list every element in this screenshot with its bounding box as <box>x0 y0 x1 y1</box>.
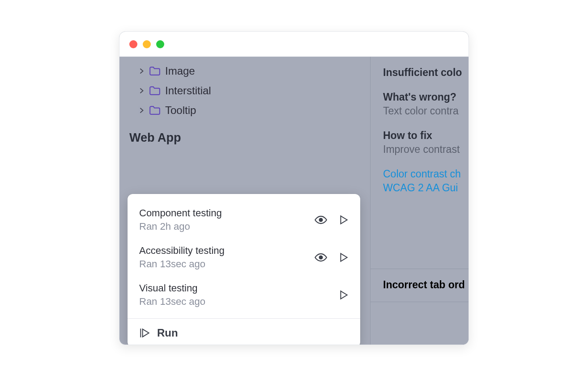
content: Image Interstitial Tooltip <box>119 57 469 345</box>
whats-wrong-label: What's wrong? <box>383 91 469 103</box>
test-meta: Ran 2h ago <box>139 221 222 232</box>
test-meta: Ran 13sec ago <box>139 296 205 307</box>
traffic-light-zoom[interactable] <box>156 40 164 48</box>
test-row-component[interactable]: Component testing Ran 2h ago <box>139 203 349 240</box>
tree-item-label: Tooltip <box>165 104 196 117</box>
folder-icon <box>149 66 161 76</box>
tree-item-interstitial[interactable]: Interstitial <box>119 81 370 101</box>
run-all-button[interactable]: Run <box>128 319 360 345</box>
play-icon[interactable] <box>339 253 349 262</box>
test-title: Accessibility testing <box>139 245 225 257</box>
tree-item-tooltip[interactable]: Tooltip <box>119 101 370 120</box>
how-to-fix-body: Improve contrast <box>383 143 469 156</box>
folder-icon <box>149 105 161 115</box>
left-pane: Image Interstitial Tooltip <box>119 57 370 345</box>
test-title: Component testing <box>139 207 222 219</box>
issue-panel-1: Insufficient colo What's wrong? Text col… <box>371 57 469 194</box>
issue-title: Incorrect tab ord <box>383 279 469 291</box>
section-heading-web-app: Web App <box>119 120 370 149</box>
play-icon[interactable] <box>339 290 349 300</box>
test-row-accessibility[interactable]: Accessibility testing Ran 13sec ago <box>139 240 349 278</box>
whats-wrong-body: Text color contra <box>383 105 469 117</box>
folder-icon <box>149 86 161 96</box>
tree-item-image[interactable]: Image <box>119 61 370 81</box>
chevron-right-icon <box>138 107 145 114</box>
svg-point-2 <box>320 256 323 259</box>
traffic-light-close[interactable] <box>129 40 137 48</box>
eye-icon[interactable] <box>315 253 327 262</box>
chevron-right-icon <box>138 68 145 74</box>
issue-title: Insufficient colo <box>383 67 469 79</box>
svg-point-1 <box>320 219 323 222</box>
eye-icon[interactable] <box>315 215 327 225</box>
issue-panel-2: Incorrect tab ord <box>371 269 469 291</box>
traffic-light-minimize[interactable] <box>143 40 151 48</box>
titlebar <box>119 32 469 57</box>
issue-panel-3 <box>371 302 469 345</box>
test-title: Visual testing <box>139 282 205 294</box>
link-color-contrast[interactable]: Color contrast ch <box>383 168 469 180</box>
play-icon[interactable] <box>339 215 349 225</box>
test-meta: Ran 13sec ago <box>139 258 225 270</box>
run-all-icon <box>139 328 151 338</box>
test-row-visual[interactable]: Visual testing Ran 13sec ago <box>139 278 349 312</box>
tree-item-label: Interstitial <box>165 84 211 97</box>
how-to-fix-label: How to fix <box>383 130 469 142</box>
tree-item-label: Image <box>165 65 195 77</box>
test-list: Component testing Ran 2h ago <box>128 194 360 318</box>
test-popover: Component testing Ran 2h ago <box>128 194 360 345</box>
right-pane: Insufficient colo What's wrong? Text col… <box>370 57 469 345</box>
run-label: Run <box>157 327 178 339</box>
link-wcag[interactable]: WCAG 2 AA Gui <box>383 182 469 194</box>
chevron-right-icon <box>138 88 145 94</box>
app-window: Image Interstitial Tooltip <box>119 31 469 345</box>
